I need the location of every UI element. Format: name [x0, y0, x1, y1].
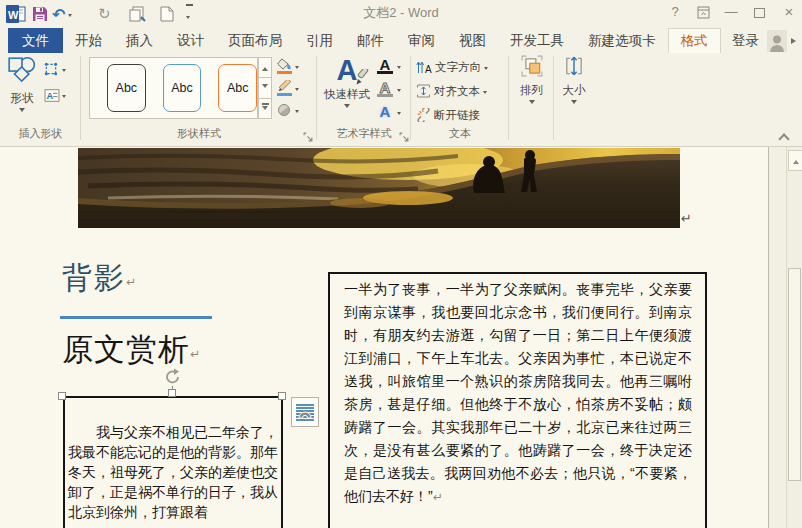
avatar[interactable] — [767, 30, 787, 52]
quick-styles-button[interactable]: A 快速样式 — [321, 55, 373, 111]
tab-insert[interactable]: 插入 — [114, 28, 165, 53]
sunset-beach-photo[interactable] — [78, 148, 680, 228]
word-logo-icon[interactable]: W — [6, 3, 26, 25]
vertical-scrollbar[interactable] — [786, 147, 802, 528]
rotation-handle[interactable] — [164, 368, 182, 386]
arrange-button[interactable]: 排列 — [509, 55, 554, 107]
help-button[interactable]: ? — [662, 0, 688, 24]
redo-button[interactable]: ↻ — [98, 3, 111, 25]
scrollbar-thumb[interactable] — [788, 268, 801, 481]
wordart-quick-styles-icon: A — [337, 55, 358, 85]
arrange-icon — [521, 55, 543, 77]
linked-textbox-column[interactable]: 一半为了丧事，一半为了父亲赋闲。丧事完毕，父亲要到南京谋事，我也要回北京念书，我… — [328, 272, 707, 528]
document-canvas[interactable]: ↵ 背影↵ 原文赏析↵ 我与父亲不相见已二年余了，我最不能忘记的是他的背影。那年… — [0, 147, 802, 528]
maximize-button[interactable] — [746, 0, 772, 24]
fill-bucket-icon — [277, 58, 292, 70]
tab-references[interactable]: 引用 — [294, 28, 345, 53]
align-text-icon — [416, 84, 431, 98]
close-button[interactable]: × — [776, 0, 802, 24]
text-fill-icon: A — [377, 58, 393, 74]
qat-more-bar — [186, 4, 193, 6]
minimize-button[interactable]: — — [718, 0, 744, 24]
ribbon-display-options-button[interactable] — [690, 0, 716, 24]
document-heading-title: 背影↵ — [62, 258, 136, 299]
shape-style-2[interactable]: Abc — [163, 64, 202, 112]
textbox-text: 我与父亲不相见已二年余了，我最不能忘记的是他的背影。那年冬天，祖母死了，父亲的差… — [68, 424, 278, 520]
tab-developer[interactable]: 开发工具 — [498, 28, 576, 53]
paragraph-mark: ↵ — [190, 347, 200, 361]
signin-link[interactable]: 登录 — [726, 28, 765, 53]
customize-qat-button[interactable] — [186, 3, 193, 25]
resize-handle-top-center[interactable] — [168, 389, 176, 397]
dialog-launcher-icon — [399, 132, 409, 142]
document-copy-button[interactable] — [128, 3, 146, 25]
size-icon — [563, 55, 585, 77]
gallery-scroll-down[interactable] — [258, 78, 272, 98]
tab-format-active[interactable]: 格式 — [668, 28, 721, 53]
tab-page-layout[interactable]: 页面布局 — [216, 28, 294, 53]
brush-icon — [353, 69, 369, 85]
maximize-icon — [754, 8, 765, 18]
new-document-button[interactable] — [160, 3, 174, 25]
collapse-ribbon-button[interactable] — [780, 132, 789, 141]
resize-handle-top-right[interactable] — [278, 392, 286, 400]
effects-icon — [277, 103, 292, 117]
gallery-scroll-up[interactable] — [258, 57, 272, 78]
title-bar: 文档2 - Word W ↶ ↻ — [0, 0, 802, 28]
more-tabs-arrow[interactable] — [791, 38, 799, 44]
shape-style-3[interactable]: Abc — [218, 64, 257, 112]
shape-effects-button[interactable] — [277, 100, 299, 120]
shape-styles-dialog-launcher[interactable] — [303, 128, 314, 139]
wordart-dialog-launcher[interactable] — [399, 128, 410, 139]
page-edge-line — [768, 147, 769, 528]
wordart-group-label: 艺术字样式 — [317, 126, 411, 141]
text-direction-button[interactable]: A 文字方向 — [416, 57, 488, 77]
tab-design[interactable]: 设计 — [165, 28, 216, 53]
paragraph-mark: ↵ — [126, 275, 136, 289]
draw-textbox-button[interactable]: A — [44, 85, 66, 105]
break-link-button[interactable]: 断开链接 — [416, 105, 483, 125]
gallery-more-button[interactable] — [258, 99, 272, 119]
edit-shape-button[interactable] — [44, 59, 66, 79]
text-effects-button[interactable]: A — [377, 102, 401, 122]
text-fill-button[interactable]: A — [377, 56, 401, 76]
text-group-label: 文本 — [411, 126, 509, 141]
svg-text:A: A — [47, 90, 54, 100]
shapes-button[interactable]: 形状 — [4, 55, 40, 115]
tab-file[interactable]: 文件 — [8, 28, 63, 53]
undo-button[interactable]: ↶ — [52, 3, 72, 25]
text-outline-icon: A — [377, 81, 393, 97]
group-shape-styles: Abc Abc Abc — [81, 53, 317, 146]
layout-options-button[interactable] — [291, 397, 319, 427]
group-size: 大小 — [554, 53, 594, 146]
qat-more-caret — [186, 16, 190, 21]
person-icon — [769, 34, 785, 52]
shape-fill-button[interactable] — [277, 56, 299, 76]
shape-outline-button[interactable] — [277, 78, 299, 98]
shapes-caret — [19, 108, 25, 115]
tab-view[interactable]: 视图 — [447, 28, 498, 53]
tab-custom[interactable]: 新建选项卡 — [576, 28, 668, 53]
save-button[interactable] — [32, 3, 48, 25]
fill-color-bar — [277, 71, 292, 75]
group-insert-shapes: 形状 A — [0, 53, 81, 146]
new-document-icon — [160, 6, 174, 22]
break-link-icon — [416, 108, 431, 122]
size-button[interactable]: 大小 — [554, 55, 594, 107]
text-outline-button[interactable]: A — [377, 79, 401, 99]
quick-styles-caret — [344, 104, 350, 111]
tab-home[interactable]: 开始 — [63, 28, 114, 53]
selected-textbox[interactable]: 我与父亲不相见已二年余了，我最不能忘记的是他的背影。那年冬天，祖母死了，父亲的差… — [63, 396, 283, 528]
chevron-up-icon — [778, 133, 789, 144]
scrollbar-up-button[interactable] — [788, 150, 802, 171]
group-text: A 文字方向 对齐文本 断开链接 — [411, 53, 509, 146]
shape-style-1[interactable]: Abc — [107, 64, 146, 112]
word-window: 文档2 - Word W ↶ ↻ — [0, 0, 802, 528]
align-text-button[interactable]: 对齐文本 — [416, 81, 487, 101]
insert-shapes-group-label: 插入形状 — [0, 126, 81, 141]
tab-review[interactable]: 审阅 — [396, 28, 447, 53]
tab-mailings[interactable]: 邮件 — [345, 28, 396, 53]
resize-handle-top-left[interactable] — [58, 392, 66, 400]
shape-styles-group-label: 形状样式 — [81, 126, 317, 141]
ribbon-tab-bar: 文件 开始 插入 设计 页面布局 引用 邮件 审阅 视图 开发工具 新建选项卡 … — [0, 28, 802, 53]
